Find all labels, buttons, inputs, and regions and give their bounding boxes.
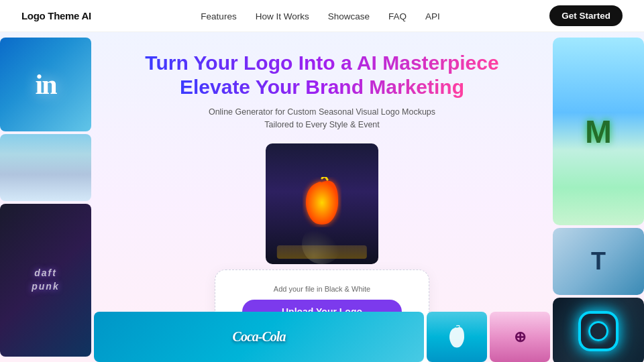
nav-logo: Logo Theme AI [21, 10, 91, 21]
left-image-panel: in daftpunk [0, 32, 94, 362]
nav-how-it-works[interactable]: How It Works [256, 11, 309, 21]
hero-subtitle: Online Generator for Custom Seasonal Vis… [209, 106, 435, 131]
nav-links: Features How It Works Showcase FAQ API [201, 10, 439, 22]
mcdonalds-rainbow-image: M [553, 38, 644, 225]
get-started-button[interactable]: Get Started [549, 5, 623, 26]
nav-faq[interactable]: FAQ [388, 11, 407, 21]
clouds-image [0, 134, 91, 201]
chanel-balloon-image: ⊕ [490, 312, 550, 362]
tesla-image: T [553, 228, 644, 295]
hero-title: Turn Your Logo Into a AI Masterpiece Ele… [145, 51, 498, 99]
apple-showcase-image [266, 143, 378, 264]
bottom-row-2: Coca-Cola ⊕ [94, 312, 550, 362]
daft-punk-image: daftpunk [0, 204, 91, 357]
linkedin-logo-image: in [0, 38, 91, 131]
instagram-neon-image [553, 298, 644, 362]
coca-cola-image: Coca-Cola [94, 312, 424, 362]
right-image-panel: M T [550, 32, 644, 362]
nav-showcase[interactable]: Showcase [328, 11, 370, 21]
navbar: Logo Theme AI Features How It Works Show… [0, 0, 644, 32]
nav-features[interactable]: Features [201, 11, 236, 21]
apple-nature-image [427, 312, 487, 362]
nav-api[interactable]: API [425, 11, 440, 21]
upload-label: Add your file in Black & White [274, 285, 370, 293]
